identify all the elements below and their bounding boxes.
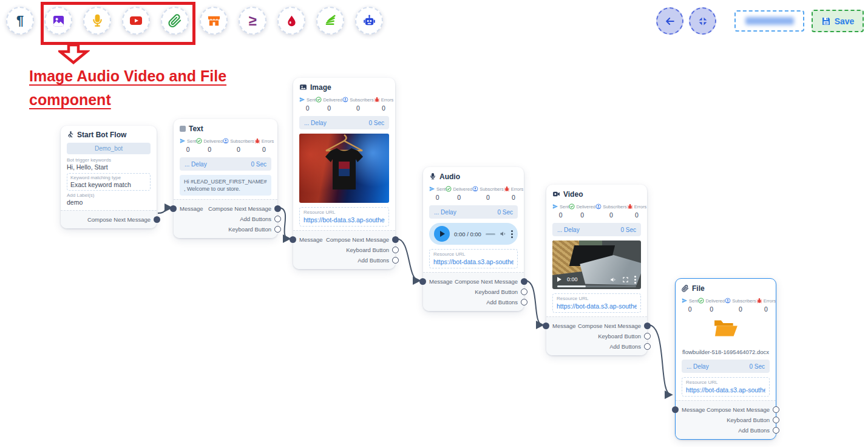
delivered-icon: [446, 186, 452, 192]
keyword-matching-value: Exact keyword match: [70, 181, 147, 189]
bot-name-field[interactable]: Demo_bot: [67, 143, 151, 154]
edge-video-to-file[interactable]: [648, 325, 671, 395]
handle-message-in[interactable]: [170, 205, 177, 212]
node-title: Text: [189, 125, 203, 133]
stack-icon: [324, 14, 337, 27]
trigger-keywords-group[interactable]: Bot trigger keywords Hi, Hello, Start: [67, 157, 151, 171]
handle-compose-out[interactable]: [154, 216, 160, 223]
video-menu-icon[interactable]: [634, 276, 636, 284]
keyword-matching-group[interactable]: Keyword matching type Exact keyword matc…: [67, 173, 151, 191]
node-start-bot-flow[interactable]: Start Bot Flow Demo_bot Bot trigger keyw…: [61, 126, 157, 228]
handle-compose-out[interactable]: [644, 322, 651, 329]
resource-url-link[interactable]: https://bot-data.s3.ap-southeast-1.wasab…: [557, 302, 637, 310]
node-video[interactable]: Video Sent0 Delivered0 Subscribers0 Erro…: [546, 185, 647, 355]
file-name: flowbuilder-518-1695464072.docx: [682, 349, 770, 356]
video-play-icon[interactable]: [557, 277, 561, 282]
handle-add-buttons[interactable]: [773, 427, 779, 434]
add-buttons-label: Add Buttons: [358, 257, 389, 264]
keyboard-button-label: Keyboard Button: [346, 247, 389, 253]
resource-url-label: Resource URL: [303, 209, 385, 216]
robot-icon: [362, 14, 376, 28]
handle-keyboard-button[interactable]: [274, 226, 281, 233]
toolbar-text-button[interactable]: ¶: [6, 7, 34, 35]
handle-compose-out[interactable]: [521, 278, 527, 285]
redacted-button[interactable]: [734, 10, 804, 32]
fullscreen-icon[interactable]: [622, 276, 629, 283]
toolbar-drip-button[interactable]: [277, 7, 305, 35]
toolbar-ai-button[interactable]: [355, 7, 383, 35]
video-header-icon: [552, 190, 560, 198]
audio-menu-icon[interactable]: [511, 230, 513, 238]
handle-add-buttons[interactable]: [644, 343, 651, 350]
handle-message-in[interactable]: [290, 236, 296, 243]
compose-next-message-label: Compose Next Message: [578, 321, 641, 331]
node-audio[interactable]: Audio Sent0 Delivered0 Subscribers0 Erro…: [423, 167, 524, 311]
delay-row[interactable]: ... Delay0 Sec: [682, 360, 770, 373]
store-icon: [207, 14, 221, 28]
play-button[interactable]: [434, 226, 450, 242]
handle-message-in[interactable]: [672, 406, 679, 413]
add-buttons-label: Add Buttons: [240, 216, 271, 222]
node-title: Audio: [439, 172, 460, 181]
delay-row[interactable]: ... Delay0 Sec: [552, 223, 641, 236]
edge-text-to-image[interactable]: [279, 208, 290, 239]
edge-start-to-text[interactable]: [158, 208, 171, 213]
save-button[interactable]: Save: [812, 10, 864, 32]
video-time: 0:00: [567, 276, 578, 282]
audio-progress-bar[interactable]: [486, 233, 495, 235]
stats-row: Sent0 Delivered0 Subscribers0 Errors0: [429, 185, 518, 201]
stats-row: Sent0 Delivered0 Subscribers0 Errors0: [682, 297, 770, 313]
handle-compose-out[interactable]: [392, 236, 399, 243]
video-preview[interactable]: 0:00: [552, 241, 641, 289]
sent-icon: [552, 203, 558, 210]
toolbar-condition-button[interactable]: ≥: [239, 7, 266, 35]
sent-icon: [682, 298, 688, 304]
handle-keyboard-button[interactable]: [392, 247, 399, 253]
handle-keyboard-button[interactable]: [521, 288, 527, 295]
message-label: Message: [682, 404, 705, 415]
save-icon: [821, 16, 831, 26]
handle-compose-out[interactable]: [274, 205, 281, 212]
resource-url-box: Resource URL https://bot-data.s3.ap-sout…: [552, 293, 641, 313]
toolbar-sequence-button[interactable]: [316, 7, 344, 35]
message-text[interactable]: Hi #LEAD_USER_FIRST_NAME# , Welcome to o…: [180, 175, 271, 196]
handle-add-buttons[interactable]: [521, 299, 527, 305]
annotation-highlight-box: [41, 2, 195, 45]
video-volume-icon[interactable]: [610, 276, 617, 283]
resource-url-link[interactable]: https://bot-data.s3.ap-southeast-1.wasab…: [303, 216, 385, 224]
toolbar-ecommerce-button[interactable]: [200, 7, 228, 35]
handle-compose-out[interactable]: [773, 406, 779, 413]
keyboard-button-label: Keyboard Button: [475, 288, 518, 295]
handle-add-buttons[interactable]: [274, 216, 281, 222]
delay-row[interactable]: ... Delay0 Sec: [180, 157, 271, 171]
node-image[interactable]: Image Sent0 Delivered0 Subscribers0 Erro…: [293, 78, 395, 269]
resource-url-box: Resource URL https://bot-data.s3.ap-sout…: [299, 207, 389, 227]
fit-view-button[interactable]: [689, 7, 716, 35]
video-progress-bar[interactable]: [557, 285, 636, 287]
annotation-arrow-icon: [58, 44, 90, 64]
node-text[interactable]: Text Sent0 Delivered0 Subscribers0 Error…: [174, 119, 277, 238]
resource-url-link[interactable]: https://bot-data.s3.ap-southeast-1.wasab…: [686, 386, 765, 394]
file-preview[interactable]: [682, 317, 770, 346]
handle-message-in[interactable]: [543, 322, 549, 329]
subscribers-icon: [472, 186, 478, 192]
add-labels-value: demo: [67, 199, 151, 206]
volume-icon[interactable]: [500, 230, 507, 237]
annotation-text: Image Audio Video and File component: [29, 64, 261, 112]
handle-message-in[interactable]: [419, 278, 426, 285]
handle-add-buttons[interactable]: [392, 257, 399, 264]
add-labels-group[interactable]: Add Label(s) demo: [67, 193, 151, 206]
errors-icon: [756, 298, 762, 304]
resource-url-link[interactable]: https://bot-data.s3.ap-southeast-1.wasab…: [433, 258, 514, 266]
delay-row[interactable]: ... Delay0 Sec: [429, 205, 518, 219]
droplet-icon: [285, 15, 298, 27]
handle-keyboard-button[interactable]: [644, 333, 651, 340]
keyboard-button-label: Keyboard Button: [228, 226, 271, 233]
edge-audio-to-video[interactable]: [525, 281, 543, 325]
image-preview[interactable]: [299, 134, 389, 203]
handle-keyboard-button[interactable]: [773, 417, 779, 423]
node-file[interactable]: File Sent0 Delivered0 Subscribers0 Error…: [675, 278, 776, 440]
edge-image-to-audio[interactable]: [396, 239, 419, 281]
back-button[interactable]: [656, 7, 683, 35]
delay-row[interactable]: ... Delay0 Sec: [299, 116, 389, 129]
